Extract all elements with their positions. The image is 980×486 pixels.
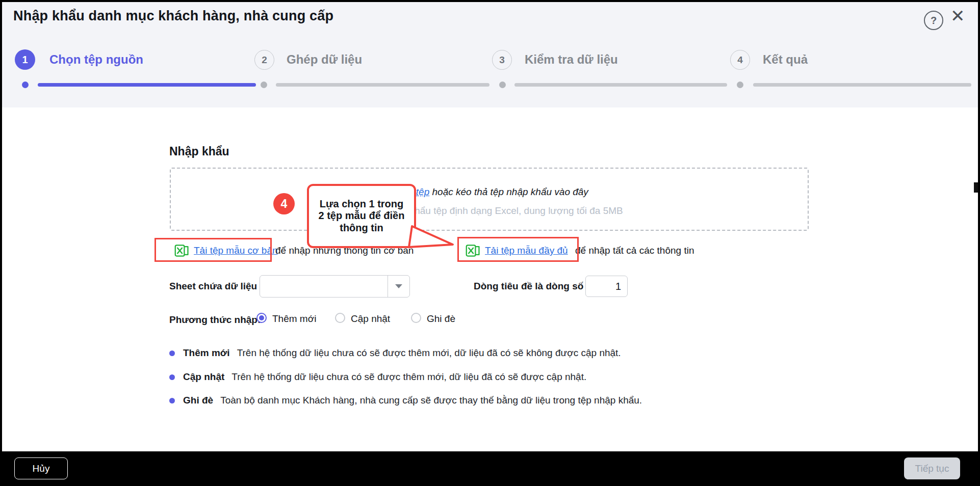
- progress-bar-4: [753, 83, 971, 87]
- scrollbar-thumb[interactable]: [974, 182, 978, 193]
- chevron-down-icon: [395, 284, 402, 288]
- progress-dot-3: [499, 82, 506, 88]
- note-cap-nhat: Cập nhật Trên hệ thống dữ liệu chưa có s…: [169, 371, 586, 383]
- step-1-label[interactable]: Chọn tệp nguồn: [49, 52, 143, 67]
- progress-dot-2: [261, 82, 267, 88]
- radio-cap-nhat[interactable]: [335, 313, 345, 323]
- step-3-label: Kiểm tra dữ liệu: [525, 52, 618, 67]
- help-icon[interactable]: ?: [924, 11, 943, 30]
- header-row-input[interactable]: 1: [585, 276, 628, 297]
- radio-cap-nhat-label[interactable]: Cập nhật: [351, 313, 390, 325]
- progress-bar-1: [38, 83, 256, 87]
- sheet-select-caret-button[interactable]: [388, 276, 409, 297]
- progress-dot-1: [22, 82, 29, 88]
- step-4-circle: 4: [730, 50, 750, 70]
- step-3-circle: 3: [492, 50, 512, 70]
- continue-button: Tiếp tục: [904, 457, 960, 479]
- annotation-callout-tail: [407, 225, 456, 250]
- import-section-heading: Nhập khẩu: [169, 145, 229, 158]
- close-icon[interactable]: ✕: [950, 7, 965, 24]
- bullet-icon: [169, 374, 175, 380]
- sheet-select[interactable]: [260, 275, 410, 298]
- dropzone-instruction: Chọn tệp hoặc kéo thả tệp nhập khẩu vào …: [170, 186, 809, 198]
- sheet-select-value: [260, 276, 388, 297]
- progress-dot-4: [737, 82, 743, 88]
- header-row-label: Dòng tiêu đề là dòng số *: [474, 281, 590, 292]
- dropzone-instruction-rest: hoặc kéo thả tệp nhập khẩu vào đây: [429, 186, 588, 197]
- sheet-select-label: Sheet chứa dữ liệu *: [169, 281, 264, 292]
- step-4-label: Kết quả: [763, 52, 808, 67]
- annotation-step-badge: 4: [273, 193, 295, 214]
- dialog-footer: [0, 451, 980, 486]
- step-2-circle: 2: [254, 50, 274, 70]
- radio-ghi-de-label[interactable]: Ghi đè: [427, 313, 455, 325]
- dropzone-hint: Hỗ trợ nhập khẩu tệp định dạng Excel, du…: [170, 205, 809, 217]
- dialog-title: Nhập khẩu danh mục khách hàng, nhà cung …: [13, 8, 333, 24]
- annotation-callout-text: Lựa chọn 1 trong 2 tệp mẫu để điền thông…: [316, 198, 407, 234]
- cancel-button[interactable]: Hủy: [14, 457, 68, 479]
- radio-them-moi[interactable]: [256, 313, 267, 323]
- progress-bar-3: [514, 83, 727, 87]
- annotation-highlight-full-template: [457, 237, 579, 262]
- bullet-icon: [169, 398, 175, 403]
- note-ghi-de: Ghi đè Toàn bộ danh mục Khách hàng, nhà …: [169, 395, 642, 406]
- annotation-callout: Lựa chọn 1 trong 2 tệp mẫu để điền thông…: [307, 184, 416, 248]
- dialog-header: Nhập khẩu danh mục khách hàng, nhà cung …: [0, 0, 980, 107]
- full-template-description: để nhập tất cả các thông tin: [575, 245, 694, 256]
- file-dropzone[interactable]: [170, 168, 809, 231]
- bullet-icon: [169, 350, 175, 356]
- step-1-circle: 1: [15, 49, 35, 70]
- radio-them-moi-label[interactable]: Thêm mới: [272, 313, 316, 325]
- annotation-highlight-basic-template: [154, 238, 272, 262]
- step-2-label: Ghép dữ liệu: [287, 52, 362, 67]
- note-them-moi: Thêm mới Trên hệ thống dữ liệu chưa có s…: [169, 347, 621, 359]
- radio-ghi-de[interactable]: [411, 313, 421, 323]
- progress-bar-2: [276, 83, 489, 87]
- import-method-label: Phương thức nhập:: [169, 314, 261, 326]
- import-wizard-dialog: Nhập khẩu danh mục khách hàng, nhà cung …: [0, 0, 980, 486]
